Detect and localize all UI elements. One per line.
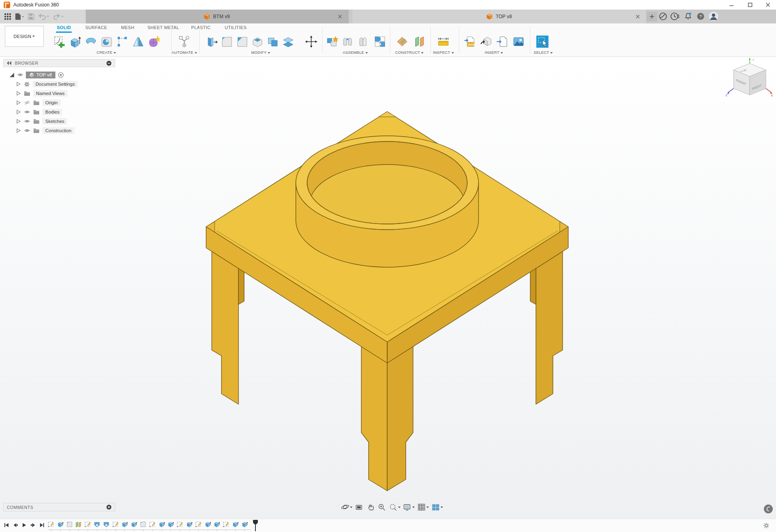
sketch-feature-icon[interactable]: [84, 521, 91, 528]
extensions-button[interactable]: [659, 12, 667, 22]
extrude-feature-icon[interactable]: [57, 521, 64, 528]
extrude-button[interactable]: [69, 35, 82, 48]
visibility-eye-icon[interactable]: [24, 118, 30, 125]
step-back-button[interactable]: [12, 522, 19, 528]
extrude-feature-icon[interactable]: [232, 521, 239, 528]
minimize-button[interactable]: [723, 0, 740, 10]
tab-close-button[interactable]: [337, 13, 343, 20]
pattern-button[interactable]: [116, 35, 129, 48]
mirror-button[interactable]: [132, 35, 145, 48]
file-menu-button[interactable]: [15, 13, 24, 20]
group-label-inspect[interactable]: INSPECT: [433, 50, 454, 55]
expand-collapse-icon[interactable]: [9, 72, 15, 78]
insert-file-button[interactable]: [496, 35, 509, 48]
insert-svg-button[interactable]: SVG: [464, 35, 477, 48]
as-built-joint-button[interactable]: [356, 35, 369, 48]
expand-icon[interactable]: [15, 100, 21, 106]
create-sketch-button[interactable]: [53, 35, 65, 48]
extrude-feature-icon[interactable]: [241, 521, 248, 528]
comments-panel[interactable]: COMMENTS: [3, 503, 115, 511]
go-to-end-button[interactable]: [39, 522, 45, 528]
canvas-button[interactable]: [512, 35, 525, 48]
browser-header[interactable]: BROWSER: [3, 59, 115, 67]
group-label-select[interactable]: SELECT: [534, 50, 552, 55]
redo-button[interactable]: [53, 13, 64, 20]
activate-component-radio[interactable]: [58, 72, 64, 78]
group-label-construct[interactable]: CONSTRUCT: [395, 50, 424, 55]
maximize-button[interactable]: [742, 0, 758, 10]
revolve-button[interactable]: [84, 35, 97, 48]
visibility-eye-icon[interactable]: [17, 72, 23, 78]
chamfer-button[interactable]: [236, 35, 249, 48]
shell-button[interactable]: [251, 35, 264, 48]
model-body[interactable]: [0, 57, 776, 519]
joint-button[interactable]: [341, 35, 354, 48]
group-label-insert[interactable]: INSERT: [485, 50, 503, 55]
combine-button[interactable]: [266, 35, 279, 48]
play-button[interactable]: [21, 522, 27, 528]
offset-plane-button[interactable]: [413, 35, 426, 48]
document-tab-top[interactable]: TOP v8: [352, 10, 646, 23]
ribbon-tab-solid[interactable]: SOLID: [56, 23, 72, 33]
measure-button[interactable]: [437, 35, 450, 48]
ribbon-tab-utilities[interactable]: UTILITIES: [224, 23, 247, 32]
timeline-marker[interactable]: [253, 519, 258, 532]
new-tab-button[interactable]: [647, 12, 657, 21]
go-to-start-button[interactable]: [3, 522, 10, 528]
interference-button[interactable]: [373, 35, 386, 48]
sketch-feature-icon[interactable]: [222, 521, 230, 528]
display-settings-button[interactable]: [403, 503, 415, 512]
extrude-feature-icon[interactable]: [130, 521, 137, 528]
move-button[interactable]: [305, 35, 318, 48]
fillet-button[interactable]: [220, 35, 233, 48]
sketch-feature-icon[interactable]: [47, 521, 55, 528]
fillet-feature-icon[interactable]: [66, 521, 73, 528]
ribbon-tab-sheet-metal[interactable]: SHEET METAL: [147, 23, 180, 32]
construct-plane-button[interactable]: [396, 35, 409, 48]
zoom-button[interactable]: [377, 503, 386, 512]
root-component[interactable]: TOP v8: [26, 72, 55, 78]
model-viewport[interactable]: BROWSER TOP v8 Document Settings Named V…: [0, 57, 776, 519]
new-component-button[interactable]: [326, 35, 339, 48]
press-pull-button[interactable]: [205, 35, 218, 48]
browser-item-construction[interactable]: Construction: [15, 126, 74, 135]
expand-icon[interactable]: [15, 128, 21, 133]
ribbon-tab-surface[interactable]: SURFACE: [84, 23, 108, 32]
extrude-feature-icon[interactable]: [204, 521, 211, 528]
user-avatar[interactable]: [709, 11, 719, 23]
hole-feature-icon[interactable]: [103, 521, 110, 528]
step-forward-button[interactable]: [30, 522, 36, 528]
browser-root-row[interactable]: TOP v8: [9, 70, 64, 79]
sketch-feature-icon[interactable]: [195, 521, 202, 528]
fillet-feature-icon[interactable]: [139, 521, 147, 528]
browser-item-sketches[interactable]: Sketches: [15, 117, 67, 126]
expand-icon[interactable]: [15, 91, 21, 96]
sketch-feature-icon[interactable]: [176, 521, 183, 528]
visibility-off-eye-icon[interactable]: [24, 99, 30, 106]
close-button[interactable]: [760, 0, 776, 10]
split-body-button[interactable]: [282, 35, 295, 48]
visibility-eye-icon[interactable]: [24, 109, 30, 115]
expand-icon[interactable]: [15, 109, 21, 115]
look-at-button[interactable]: [355, 503, 364, 512]
form-button[interactable]: [148, 35, 160, 48]
group-label-modify[interactable]: MODIFY: [251, 50, 270, 55]
extrude-feature-icon[interactable]: [167, 521, 174, 528]
extrude-feature-icon[interactable]: [121, 521, 128, 528]
sketch-feature-icon[interactable]: [149, 521, 156, 528]
notifications-button[interactable]: [684, 12, 692, 22]
assistant-button[interactable]: [764, 505, 773, 513]
view-cube[interactable]: Y TOP FRONT RIGHT Z X: [725, 58, 774, 104]
extrude-feature-icon[interactable]: [186, 521, 193, 528]
browser-item-named-views[interactable]: Named Views: [15, 89, 67, 98]
configure-button[interactable]: [178, 35, 191, 48]
tab-close-button[interactable]: [635, 13, 641, 20]
timeline-settings-gear-icon[interactable]: [763, 522, 770, 529]
expand-icon[interactable]: [15, 81, 21, 87]
select-button[interactable]: [536, 35, 549, 48]
extrude-feature-icon[interactable]: [213, 521, 220, 528]
document-tab-btm[interactable]: BTM v9: [86, 10, 348, 23]
hole-button[interactable]: [100, 35, 113, 48]
visibility-eye-icon[interactable]: [24, 127, 30, 134]
hole-feature-icon[interactable]: [93, 521, 101, 528]
